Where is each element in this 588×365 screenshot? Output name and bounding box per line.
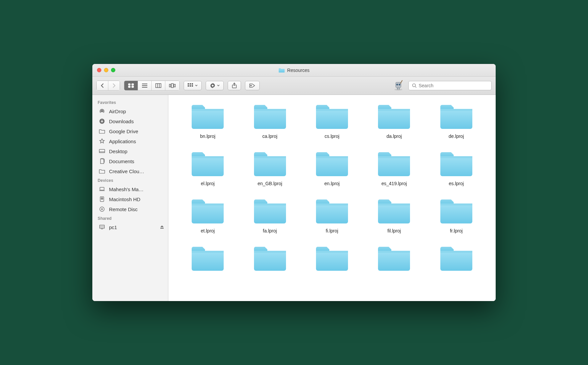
file-item[interactable]: cs.lproj xyxy=(303,102,361,139)
icon-view-icon xyxy=(128,83,134,88)
file-item[interactable]: en.lproj xyxy=(303,149,361,186)
file-item[interactable]: de.lproj xyxy=(427,102,486,139)
search-icon xyxy=(412,83,417,88)
file-item[interactable]: es.lproj xyxy=(427,149,486,186)
eject-icon[interactable] xyxy=(160,225,164,229)
tag-icon xyxy=(249,83,256,88)
sidebar-item-applications[interactable]: Applications xyxy=(92,136,168,146)
svg-rect-68 xyxy=(316,203,348,205)
svg-rect-12 xyxy=(174,84,175,87)
grid-icon xyxy=(188,83,194,88)
file-item[interactable]: fr.lproj xyxy=(427,196,486,233)
file-item[interactable] xyxy=(427,243,486,275)
file-item[interactable] xyxy=(178,243,237,275)
share-button[interactable] xyxy=(228,81,241,90)
svg-line-29 xyxy=(415,87,416,88)
svg-rect-52 xyxy=(440,109,472,111)
automator-icon[interactable] xyxy=(392,80,404,92)
sidebar-item-downloads[interactable]: Downloads xyxy=(92,116,168,126)
action-button[interactable] xyxy=(206,81,224,90)
sidebar-item-desktop[interactable]: Desktop xyxy=(92,146,168,156)
file-name: et.lproj xyxy=(201,228,215,233)
arrange-button[interactable] xyxy=(184,81,202,90)
file-item[interactable]: fil.lproj xyxy=(365,196,423,233)
svg-rect-70 xyxy=(378,203,410,205)
sidebar-item-creativecloud[interactable]: Creative Clou… xyxy=(92,166,168,176)
file-name: en.lproj xyxy=(324,181,340,186)
file-item[interactable] xyxy=(303,243,361,275)
svg-rect-0 xyxy=(128,84,130,85)
svg-rect-72 xyxy=(440,203,472,205)
file-item[interactable] xyxy=(240,243,299,275)
sidebar-item-documents[interactable]: Documents xyxy=(92,156,168,166)
minimize-button[interactable] xyxy=(104,68,108,72)
file-item[interactable]: fi.lproj xyxy=(303,196,361,233)
file-name: fa.lproj xyxy=(263,228,277,233)
file-item[interactable] xyxy=(365,243,423,275)
svg-rect-34 xyxy=(100,187,104,190)
sidebar-item-label: Creative Clou… xyxy=(109,169,164,174)
list-view-button[interactable] xyxy=(138,81,152,90)
folder-icon xyxy=(279,68,285,73)
toolbar xyxy=(92,77,496,95)
file-browser[interactable]: bn.lproj ca.lproj cs.lproj da.lproj de.l… xyxy=(168,95,496,301)
forward-button[interactable] xyxy=(108,81,120,90)
svg-rect-51 xyxy=(440,109,472,129)
svg-rect-43 xyxy=(192,109,224,129)
column-view-button[interactable] xyxy=(152,81,165,90)
folder-icon xyxy=(439,149,474,178)
chevron-left-icon xyxy=(100,83,104,88)
disc-icon xyxy=(98,206,106,212)
sidebar-section-devices: Devices xyxy=(92,176,168,184)
folder-icon xyxy=(439,196,474,225)
folder-icon xyxy=(377,243,411,273)
coverflow-view-button[interactable] xyxy=(165,81,179,90)
svg-rect-13 xyxy=(188,83,189,85)
svg-point-25 xyxy=(399,84,400,86)
svg-rect-58 xyxy=(316,156,348,158)
folder-icon xyxy=(253,149,287,178)
svg-rect-27 xyxy=(399,88,400,90)
svg-rect-54 xyxy=(192,156,224,158)
file-item[interactable]: ca.lproj xyxy=(240,102,299,139)
search-field[interactable] xyxy=(408,81,492,90)
sidebar-item-airdrop[interactable]: AirDrop xyxy=(92,106,168,116)
sidebar[interactable]: Favorites AirDrop Downloads xyxy=(92,95,168,301)
svg-rect-63 xyxy=(192,203,224,223)
file-item[interactable]: et.lproj xyxy=(178,196,237,233)
svg-rect-66 xyxy=(254,203,286,205)
file-item[interactable]: en_GB.lproj xyxy=(240,149,299,186)
back-button[interactable] xyxy=(97,81,108,90)
sidebar-item-label: Documents xyxy=(109,159,164,164)
documents-icon xyxy=(98,158,106,165)
file-item[interactable]: fa.lproj xyxy=(240,196,299,233)
svg-rect-74 xyxy=(192,251,224,253)
search-input[interactable] xyxy=(419,83,488,88)
sidebar-item-hdd[interactable]: Macintosh HD xyxy=(92,194,168,204)
file-item[interactable]: el.lproj xyxy=(178,149,237,186)
svg-point-30 xyxy=(101,111,103,112)
file-item[interactable]: bn.lproj xyxy=(178,102,237,139)
svg-rect-53 xyxy=(192,156,224,176)
tags-button[interactable] xyxy=(245,81,260,90)
nav-buttons xyxy=(96,81,120,91)
svg-rect-50 xyxy=(378,109,410,111)
svg-rect-26 xyxy=(397,88,398,90)
sidebar-item-remotedisc[interactable]: Remote Disc xyxy=(92,204,168,214)
chevron-down-icon xyxy=(195,85,198,87)
laptop-icon xyxy=(98,186,106,192)
file-item[interactable]: es_419.lproj xyxy=(365,149,423,186)
svg-rect-59 xyxy=(378,156,410,176)
hdd-icon xyxy=(98,196,106,202)
file-item[interactable]: da.lproj xyxy=(365,102,423,139)
icon-view-button[interactable] xyxy=(124,81,138,90)
svg-rect-71 xyxy=(440,203,472,223)
zoom-button[interactable] xyxy=(111,68,115,72)
sidebar-section-shared: Shared xyxy=(92,214,168,222)
sidebar-item-label: AirDrop xyxy=(109,109,164,114)
sidebar-item-googledrive[interactable]: Google Drive xyxy=(92,126,168,136)
sidebar-item-pc1[interactable]: pc1 xyxy=(92,222,168,232)
close-button[interactable] xyxy=(97,68,101,72)
sidebar-item-laptop[interactable]: Mahesh's Ma… xyxy=(92,184,168,194)
finder-window: Resources xyxy=(92,64,496,301)
